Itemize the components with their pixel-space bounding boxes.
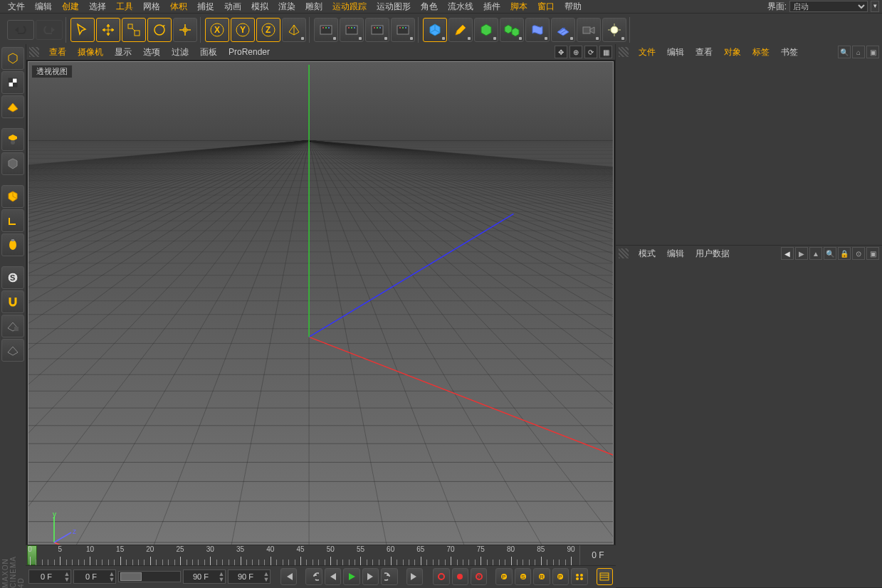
render-pict-button[interactable]	[365, 18, 389, 42]
menu-动画[interactable]: 动画	[219, 1, 246, 12]
back-icon[interactable]: ◀	[781, 247, 794, 260]
menu-雕刻[interactable]: 雕刻	[300, 1, 327, 12]
prev-key-button[interactable]	[305, 568, 322, 585]
floor-button[interactable]	[551, 18, 575, 42]
record-button[interactable]	[433, 568, 449, 585]
home-icon[interactable]: ⌂	[852, 46, 865, 58]
menu-创建[interactable]: 创建	[57, 1, 84, 12]
next-frame-button[interactable]	[362, 568, 379, 585]
array-button[interactable]	[500, 18, 524, 42]
play-button[interactable]	[343, 568, 359, 585]
layout-dropdown-icon[interactable]: ▾	[871, 1, 879, 12]
key-scale-button[interactable]: S	[515, 568, 531, 585]
edge-mode-icon[interactable]	[1, 185, 24, 208]
spline-pen-button[interactable]	[448, 18, 473, 42]
menu-工具[interactable]: 工具	[111, 1, 138, 12]
move-button[interactable]	[96, 18, 120, 42]
deformer-button[interactable]	[525, 18, 550, 42]
attr-menu-用户数据[interactable]: 用户数据	[690, 248, 735, 259]
vp-rotate-icon[interactable]: ⟳	[584, 46, 597, 58]
view-menu-显示[interactable]: 显示	[109, 46, 137, 58]
menu-帮助[interactable]: 帮助	[560, 1, 587, 12]
range-slider[interactable]	[118, 571, 181, 582]
menu-网格[interactable]: 网格	[138, 1, 165, 12]
key-pla-button[interactable]	[571, 568, 587, 585]
last-tool-button[interactable]	[173, 18, 197, 42]
time-ruler[interactable]: 051015202530354045505560657075808590 0 F	[26, 545, 616, 565]
dopesheet-button[interactable]	[597, 568, 613, 585]
goto-start-button[interactable]	[280, 568, 297, 585]
menu-渲染[interactable]: 渲染	[273, 1, 300, 12]
nurbs-button[interactable]	[474, 18, 498, 42]
vp-zoom-icon[interactable]: ⊕	[569, 46, 582, 58]
autokey-button[interactable]	[452, 568, 468, 585]
view-menu-摄像机[interactable]: 摄像机	[72, 46, 109, 58]
drag-handle-icon[interactable]	[29, 47, 39, 57]
drag-handle-icon[interactable]	[619, 47, 629, 57]
obj-menu-查看[interactable]: 查看	[690, 46, 718, 58]
new-icon[interactable]: ⊙	[852, 247, 865, 260]
vp-move-icon[interactable]: ✥	[555, 46, 567, 58]
scale-button[interactable]	[122, 18, 146, 42]
view-menu-ProRender[interactable]: ProRender	[223, 46, 275, 58]
render-settings-button[interactable]	[391, 18, 415, 42]
model-mode-icon[interactable]	[1, 71, 24, 94]
redo-button[interactable]	[36, 20, 63, 40]
obj-menu-编辑[interactable]: 编辑	[661, 46, 690, 58]
z-axis-button[interactable]: Z	[256, 18, 280, 42]
menu-选择[interactable]: 选择	[84, 1, 111, 12]
view-menu-查看[interactable]: 查看	[43, 46, 72, 58]
menu-脚本[interactable]: 脚本	[505, 1, 532, 12]
search-icon[interactable]: 🔍	[824, 247, 836, 260]
menu-角色[interactable]: 角色	[416, 1, 443, 12]
planar-workplane-icon[interactable]	[1, 339, 24, 362]
forward-icon[interactable]: ▶	[795, 247, 808, 260]
undo-button[interactable]	[7, 20, 34, 40]
key-pos-button[interactable]: P	[495, 568, 512, 585]
x-axis-button[interactable]: X	[205, 18, 229, 42]
menu-体积[interactable]: 体积	[165, 1, 192, 12]
popout-icon[interactable]: ▣	[866, 247, 879, 260]
live-select-button[interactable]	[70, 18, 95, 42]
menu-流水线[interactable]: 流水线	[443, 1, 478, 12]
attr-menu-模式[interactable]: 模式	[633, 248, 661, 259]
search-icon[interactable]: 🔍	[838, 46, 851, 58]
axis-mode-icon[interactable]	[1, 209, 24, 232]
obj-menu-标签[interactable]: 标签	[747, 46, 775, 58]
render-region-button[interactable]	[340, 18, 364, 42]
viewport-solo-icon[interactable]: S	[1, 266, 24, 289]
obj-menu-书签[interactable]: 书签	[775, 46, 804, 58]
menu-运动图形[interactable]: 运动图形	[372, 1, 416, 12]
camera-button[interactable]	[577, 18, 601, 42]
view-menu-选项[interactable]: 选项	[137, 46, 166, 58]
prev-frame-button[interactable]	[325, 568, 341, 585]
menu-编辑[interactable]: 编辑	[30, 1, 57, 12]
menu-捕捉[interactable]: 捕捉	[192, 1, 219, 12]
start-frame-field[interactable]: ▲▼	[73, 569, 116, 584]
cube-primitive-button[interactable]	[423, 18, 447, 42]
layout-select[interactable]: 启动	[789, 1, 868, 12]
menu-运动跟踪[interactable]: 运动跟踪	[327, 1, 372, 12]
attr-menu-编辑[interactable]: 编辑	[661, 248, 690, 259]
menu-模拟[interactable]: 模拟	[246, 1, 273, 12]
up-icon[interactable]: ▲	[809, 247, 822, 260]
menu-窗口[interactable]: 窗口	[532, 1, 560, 12]
obj-menu-对象[interactable]: 对象	[718, 46, 747, 58]
render-view-button[interactable]	[314, 18, 338, 42]
viewport[interactable]: 透视视图 y z x 网格间距 : 100 cm	[28, 61, 614, 587]
obj-menu-文件[interactable]: 文件	[633, 46, 661, 58]
rotate-button[interactable]	[147, 18, 172, 42]
drag-handle-icon[interactable]	[619, 248, 629, 258]
end-frame-field-2[interactable]: ▲▼	[228, 569, 271, 584]
goto-end-button[interactable]	[406, 568, 423, 585]
keyframe-sel-button[interactable]: ?	[471, 568, 487, 585]
popout-icon[interactable]: ▣	[866, 46, 879, 58]
next-key-button[interactable]	[381, 568, 397, 585]
snap-icon[interactable]	[1, 290, 24, 313]
light-button[interactable]	[602, 18, 626, 42]
menu-文件[interactable]: 文件	[3, 1, 30, 12]
object-manager-body[interactable]	[616, 60, 882, 245]
view-menu-过滤[interactable]: 过滤	[166, 46, 194, 58]
workplane-icon[interactable]	[1, 128, 24, 151]
attribute-manager-body[interactable]	[616, 261, 882, 587]
